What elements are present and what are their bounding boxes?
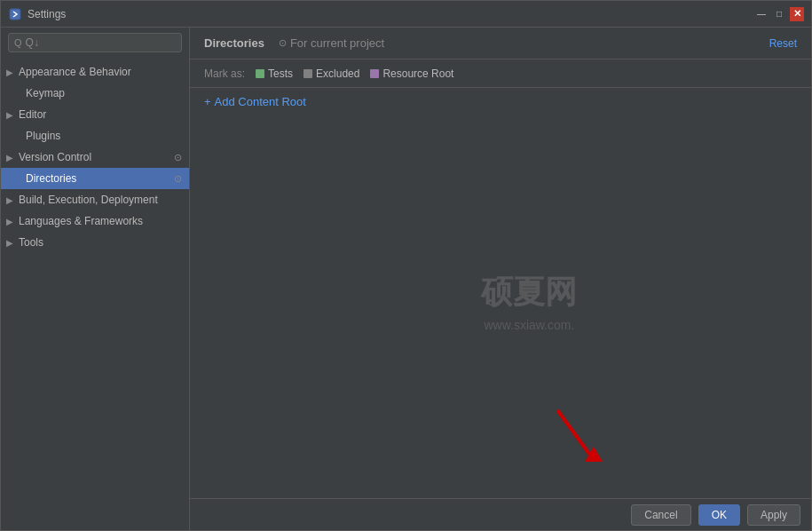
expand-arrow-icon xyxy=(4,237,15,248)
directories-badge: ⊙ xyxy=(174,173,182,185)
panel-title: Directories xyxy=(204,36,264,50)
svg-line-1 xyxy=(558,411,594,460)
sidebar-item-appearance[interactable]: Appearance & Behavior xyxy=(1,61,189,83)
ok-button[interactable]: OK xyxy=(698,504,740,526)
project-badge: ⊙ For current project xyxy=(279,36,384,50)
mark-as-label: Mark as: xyxy=(204,67,245,80)
title-bar: Settings — □ ✕ xyxy=(1,1,811,28)
sidebar-item-label: Version Control xyxy=(19,151,170,163)
version-control-badge: ⊙ xyxy=(174,152,182,163)
red-arrow-icon xyxy=(545,398,616,469)
reset-button[interactable]: Reset xyxy=(769,37,797,50)
close-button[interactable]: ✕ xyxy=(790,7,804,21)
sidebar-item-label: Appearance & Behavior xyxy=(19,66,182,78)
sidebar-item-directories[interactable]: Directories ⊙ xyxy=(1,168,189,189)
window-icon xyxy=(8,7,22,21)
cancel-button[interactable]: Cancel xyxy=(631,504,690,526)
expand-arrow-icon xyxy=(4,216,15,226)
add-content-root-label: Add Content Root xyxy=(215,95,306,108)
maximize-button[interactable]: □ xyxy=(772,7,786,21)
resource-root-color-swatch xyxy=(370,69,379,78)
search-box[interactable]: Q xyxy=(8,33,182,52)
search-input[interactable] xyxy=(26,36,176,49)
tests-label: Tests xyxy=(268,67,293,80)
sidebar-item-label: Directories xyxy=(26,172,170,185)
main-header: Directories ⊙ For current project Reset xyxy=(190,28,811,59)
watermark-cn-text: 硕夏网 xyxy=(481,270,577,313)
sidebar-item-label: Tools xyxy=(19,236,182,249)
main-content: Q Appearance & Behavior Keymap Editor xyxy=(1,28,811,530)
sidebar-item-plugins[interactable]: Plugins xyxy=(1,125,189,147)
sidebar-item-keymap[interactable]: Keymap xyxy=(1,83,189,104)
sidebar-item-label: Keymap xyxy=(26,87,182,99)
expand-arrow-icon xyxy=(4,152,15,162)
resource-root-label: Resource Root xyxy=(382,67,453,80)
arrow-container xyxy=(545,398,616,472)
sidebar-item-label: Plugins xyxy=(26,130,182,142)
expand-arrow-icon xyxy=(4,194,15,205)
sidebar-item-editor[interactable]: Editor xyxy=(1,104,189,125)
watermark-url-text: www.sxiaw.com. xyxy=(481,317,577,331)
watermark: 硕夏网 www.sxiaw.com. xyxy=(481,270,577,331)
main-body: 硕夏网 www.sxiaw.com. xyxy=(190,115,811,498)
svg-rect-0 xyxy=(10,9,20,20)
window-title: Settings xyxy=(28,8,754,20)
expand-arrow-icon xyxy=(4,109,15,120)
mark-tests-option[interactable]: Tests xyxy=(256,67,293,80)
sidebar-item-tools[interactable]: Tools xyxy=(1,232,189,253)
sidebar-item-build[interactable]: Build, Execution, Deployment xyxy=(1,189,189,210)
search-icon: Q xyxy=(14,37,22,48)
minimize-button[interactable]: — xyxy=(754,7,769,21)
excluded-label: Excluded xyxy=(316,67,359,80)
sidebar-item-label: Languages & Frameworks xyxy=(19,215,182,227)
sidebar-item-languages[interactable]: Languages & Frameworks xyxy=(1,210,189,232)
plus-icon: + xyxy=(204,95,211,108)
tests-color-swatch xyxy=(256,69,264,78)
add-content-root-button[interactable]: + Add Content Root xyxy=(190,88,811,115)
project-icon: ⊙ xyxy=(279,37,287,49)
svg-marker-2 xyxy=(585,447,603,462)
mark-excluded-option[interactable]: Excluded xyxy=(304,67,359,80)
bottom-bar: Cancel OK Apply xyxy=(190,498,811,530)
mark-resource-root-option[interactable]: Resource Root xyxy=(370,67,453,80)
expand-arrow-icon xyxy=(4,67,15,77)
settings-window: Settings — □ ✕ Q Appearance & Behavior xyxy=(0,0,812,531)
sidebar-item-version-control[interactable]: Version Control ⊙ xyxy=(1,147,189,168)
sidebar: Q Appearance & Behavior Keymap Editor xyxy=(1,28,190,530)
apply-button[interactable]: Apply xyxy=(747,504,800,526)
excluded-color-swatch xyxy=(304,69,312,78)
sidebar-item-label: Editor xyxy=(19,108,182,121)
mark-as-bar: Mark as: Tests Excluded Resource Root xyxy=(190,59,811,88)
main-panel: Directories ⊙ For current project Reset … xyxy=(190,28,811,530)
sidebar-item-label: Build, Execution, Deployment xyxy=(19,194,182,206)
sidebar-nav: Appearance & Behavior Keymap Editor Plug… xyxy=(1,58,189,530)
title-controls: — □ ✕ xyxy=(754,7,804,21)
project-label: For current project xyxy=(290,36,384,50)
